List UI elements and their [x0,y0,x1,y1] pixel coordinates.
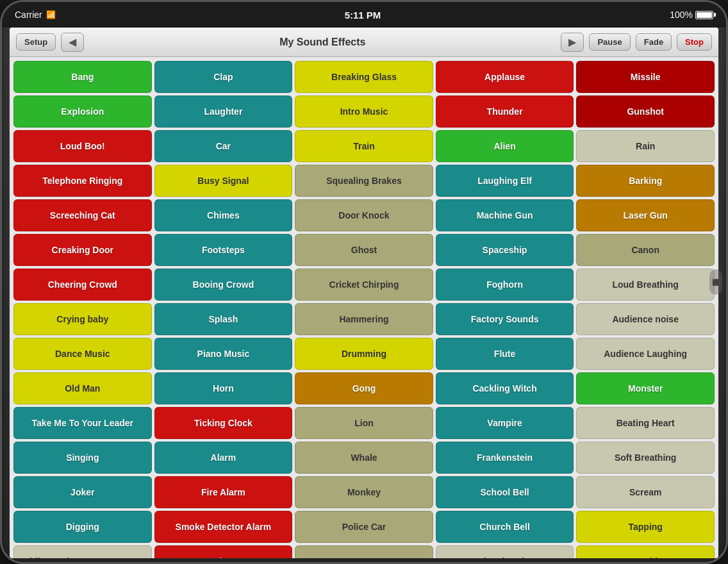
sound-cell[interactable]: Singing [13,442,152,474]
sound-cell[interactable]: Barking [576,165,715,197]
sound-cell[interactable]: Loud Breathing [576,269,715,301]
sound-cell[interactable]: National Anthem [436,545,574,558]
sound-cell[interactable]: Whale [295,442,433,474]
sound-cell[interactable]: Flute [436,338,574,370]
sound-cell[interactable]: Factory Sounds [436,303,574,335]
sound-cell[interactable]: Soft Breathing [576,442,715,474]
sound-cell[interactable]: Car [154,130,293,162]
sound-cell[interactable]: Smoke Detector Alarm [154,511,293,543]
wifi-icon: 📶 [46,10,56,19]
sound-cell[interactable]: Take Me To Your Leader [13,407,152,439]
sound-cell[interactable]: Old Man [13,372,152,404]
nav-forward-button[interactable]: ▶ [561,33,584,52]
sound-cell[interactable]: Laughter [154,95,293,128]
pause-button[interactable]: Pause [589,33,630,51]
clock: 5:11 PM [345,10,381,21]
sound-cell[interactable]: Gong [295,372,433,404]
sound-cell[interactable]: Ticking Clock [154,407,293,439]
sound-cell[interactable]: Audience noise [576,303,715,335]
sound-cell[interactable]: Crying baby [13,303,152,335]
sound-cell[interactable]: Hammering [295,303,433,335]
sound-cell[interactable]: Intro Music [295,95,433,128]
toolbar: Setup ◀ My Sound Effects ▶ Pause Fade St… [10,28,718,57]
sound-cell[interactable]: Clap [154,61,293,93]
sound-cell[interactable]: Foghorn [436,269,574,301]
status-left: Carrier 📶 [15,10,56,20]
sound-cell[interactable]: Ghost [295,234,433,266]
sound-cell[interactable]: Church Bell [436,511,574,543]
sound-cell[interactable]: Missile [576,61,715,93]
battery-fill [697,12,712,18]
sound-cell[interactable]: Alien [436,130,574,162]
sound-cell[interactable]: Frankenstein [436,442,574,474]
device-frame: Carrier 📶 5:11 PM 100% Setup ◀ My Sound … [0,0,728,564]
sound-cell[interactable]: Contest Announcement [295,545,433,558]
sound-cell[interactable]: Telephone Ringing [13,165,152,197]
sound-cell[interactable]: Alarm [154,442,293,474]
stop-button[interactable]: Stop [677,33,712,51]
battery-percent: 100% [670,10,693,20]
sound-cell[interactable]: Splash [154,303,293,335]
sound-cell[interactable]: Bang [13,61,152,93]
carrier-label: Carrier [15,10,42,20]
sound-cell[interactable]: Piano Music [154,338,293,370]
sound-cell[interactable]: Audience Laughing [576,338,715,370]
sound-cell[interactable]: Thunder [436,95,574,128]
sound-cell[interactable]: Cricket Chirping [295,269,433,301]
sound-cell[interactable]: Lion [295,407,433,439]
sound-cell[interactable]: Tapping [576,511,715,543]
sound-cell[interactable]: Explosion [13,95,152,128]
sound-cell[interactable]: Machine Gun [436,199,574,231]
scroll-indicator: ⬛ [709,269,722,295]
battery-icon [695,11,713,19]
app-title: My Sound Effects [89,37,556,48]
nav-back-button[interactable]: ◀ [61,33,84,52]
sound-cell[interactable]: Busy Signal [154,165,293,197]
sound-cell[interactable]: Chimes [154,199,293,231]
sound-cell[interactable]: Beating Heart [576,407,715,439]
sound-cell[interactable]: Gunshot [576,95,715,128]
sound-cell[interactable]: Dance Music [13,338,152,370]
sound-cell[interactable]: Creaking Door [13,234,152,266]
sound-grid: BangClapBreaking GlassApplauseMissileExp… [10,57,718,558]
sound-cell[interactable]: Vampire [436,407,574,439]
sound-cell[interactable]: Spaceship [436,234,574,266]
sound-cell[interactable]: Canon [576,234,715,266]
battery-area: 100% [670,10,713,20]
sound-cell[interactable]: Train [295,130,433,162]
sound-cell[interactable]: Laser Gun [576,199,715,231]
sound-cell[interactable]: Drumming [295,338,433,370]
sound-cell[interactable]: Station ID [154,545,293,558]
sound-cell[interactable]: Horn [154,372,293,404]
sound-cell[interactable]: Joker [13,476,152,508]
sound-cell[interactable]: Squealing Brakes [295,165,433,197]
sound-cell[interactable]: Loud Boo! [13,130,152,162]
sound-cell[interactable]: Monkey [295,476,433,508]
sound-cell[interactable]: Digging [13,511,152,543]
sound-cell[interactable]: Applause [436,61,574,93]
sound-cell[interactable]: Public Service Announcement [13,545,152,558]
sound-cell[interactable]: Fire Alarm [154,476,293,508]
sound-cell[interactable]: Police Car [295,511,433,543]
sound-cell[interactable]: Laughing Elf [436,165,574,197]
sound-cell[interactable]: Cheering Crowd [13,269,152,301]
fade-button[interactable]: Fade [636,33,672,51]
setup-button[interactable]: Setup [16,33,56,51]
sound-cell[interactable]: Screeching Cat [13,199,152,231]
sound-cell[interactable]: Breaking Glass [295,61,433,93]
app-container: Setup ◀ My Sound Effects ▶ Pause Fade St… [10,28,718,558]
sound-cell[interactable]: Monster [576,372,715,404]
sound-cell[interactable]: School Bell [436,476,574,508]
status-bar: Carrier 📶 5:11 PM 100% [2,2,726,28]
sound-cell[interactable]: Scratching [576,545,715,558]
sound-cell[interactable]: Cackling Witch [436,372,574,404]
sound-cell[interactable]: Booing Crowd [154,269,293,301]
sound-cell[interactable]: Footsteps [154,234,293,266]
sound-cell[interactable]: Scream [576,476,715,508]
sound-cell[interactable]: Door Knock [295,199,433,231]
sound-cell[interactable]: Rain [576,130,715,162]
